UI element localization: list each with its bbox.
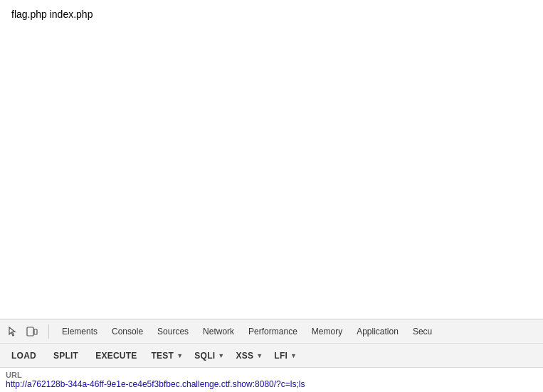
test-button[interactable]: TEST ▼: [146, 346, 189, 366]
main-content: flag.php index.php: [0, 0, 543, 319]
lfi-button[interactable]: LFI ▼: [268, 346, 302, 366]
url-label: URL: [6, 371, 537, 379]
tab-elements[interactable]: Elements: [55, 319, 105, 344]
svg-rect-0: [27, 327, 33, 336]
tab-memory[interactable]: Memory: [305, 319, 349, 344]
divider-1: [48, 324, 49, 339]
xss-dropdown-arrow: ▼: [256, 352, 263, 359]
split-button[interactable]: SPLIT: [45, 346, 87, 366]
toolbar: LOAD SPLIT EXECUTE TEST ▼ SQLI ▼ XSS ▼ L…: [0, 343, 543, 367]
test-dropdown-arrow: ▼: [176, 352, 183, 359]
tab-security[interactable]: Secu: [406, 319, 439, 344]
tab-console[interactable]: Console: [105, 319, 150, 344]
devtools-icons: [6, 324, 43, 339]
lfi-dropdown-arrow: ▼: [290, 352, 297, 359]
device-icon[interactable]: [24, 324, 40, 339]
sqli-dropdown-arrow: ▼: [218, 352, 224, 359]
status-url[interactable]: http://a762128b-344a-46ff-9e1e-ce4e5f3bf…: [6, 379, 537, 389]
tab-application[interactable]: Application: [349, 319, 406, 344]
svg-rect-1: [34, 329, 37, 334]
xss-button[interactable]: XSS ▼: [230, 346, 268, 366]
sqli-button[interactable]: SQLI ▼: [189, 346, 230, 366]
devtools-tabbar: Elements Console Sources Network Perform…: [0, 319, 543, 343]
file-list: flag.php index.php: [11, 9, 532, 20]
status-bar: URL http://a762128b-344a-46ff-9e1e-ce4e5…: [0, 367, 543, 392]
load-button[interactable]: LOAD: [3, 346, 45, 366]
tab-sources[interactable]: Sources: [150, 319, 196, 344]
tab-network[interactable]: Network: [196, 319, 241, 344]
tab-performance[interactable]: Performance: [241, 319, 305, 344]
execute-button[interactable]: EXECUTE: [87, 346, 145, 366]
cursor-icon[interactable]: [6, 324, 21, 339]
